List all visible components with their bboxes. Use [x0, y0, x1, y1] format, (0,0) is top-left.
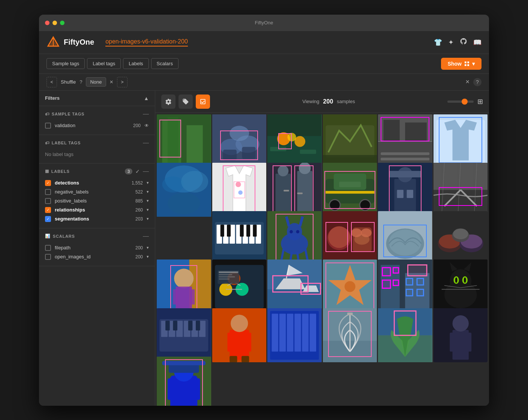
- shuffle-close[interactable]: ×: [110, 79, 113, 86]
- view-controls: ⊞: [447, 98, 483, 106]
- tab-labels[interactable]: Labels: [123, 58, 148, 69]
- detections-checkbox[interactable]: ✓: [45, 180, 51, 186]
- sample-tags-collapse[interactable]: —: [143, 111, 149, 117]
- label-tags-collapse[interactable]: —: [143, 140, 149, 146]
- zoom-thumb[interactable]: [462, 99, 468, 105]
- image-cell-27[interactable]: [323, 308, 377, 363]
- relationships-checkbox[interactable]: ✓: [45, 207, 51, 213]
- negative-labels-arrow[interactable]: ▾: [147, 189, 149, 194]
- image-cell-3[interactable]: [267, 114, 322, 169]
- image-cell-7[interactable]: [157, 163, 211, 217]
- image-cell-23[interactable]: [434, 260, 488, 314]
- svg-point-198: [452, 315, 468, 332]
- image-cell-11[interactable]: [378, 163, 432, 217]
- zoom-slider[interactable]: [447, 100, 474, 103]
- grid-view-icon[interactable]: ⊞: [477, 98, 483, 106]
- image-cell-18[interactable]: [157, 260, 211, 314]
- validation-checkbox[interactable]: [45, 123, 51, 129]
- image-cell-2[interactable]: [212, 114, 267, 169]
- labels-collapse[interactable]: —: [143, 168, 149, 175]
- dataset-name[interactable]: open-images-v6-validation-200: [105, 38, 188, 46]
- filters-collapse-icon[interactable]: ▲: [144, 95, 149, 101]
- scalars-section: 📊 SCALARS — filepath 200 ▾ open_images_i…: [39, 228, 155, 266]
- scalars-chart-icon: 📊: [45, 234, 51, 238]
- positive-labels-arrow[interactable]: ▾: [147, 198, 149, 203]
- filepath-arrow[interactable]: ▾: [147, 245, 149, 250]
- svg-point-112: [174, 269, 194, 288]
- show-button[interactable]: Show ▾: [441, 58, 482, 70]
- select-button[interactable]: [196, 94, 210, 109]
- svg-rect-6: [467, 64, 469, 66]
- image-cell-24[interactable]: [157, 308, 211, 363]
- image-cell-20[interactable]: [267, 260, 322, 314]
- filepath-checkbox[interactable]: [45, 245, 51, 251]
- negative-labels-checkbox[interactable]: [45, 189, 51, 195]
- segmentations-label: segmentations: [55, 216, 132, 222]
- image-cell-16[interactable]: [378, 211, 432, 266]
- tab-label-tags[interactable]: Label tags: [87, 58, 121, 69]
- shirt-icon[interactable]: 👕: [434, 38, 442, 46]
- tab-sample-tags[interactable]: Sample tags: [46, 58, 85, 69]
- image-cell-4[interactable]: [323, 114, 377, 169]
- tab-scalars[interactable]: Scalars: [151, 58, 178, 69]
- image-cell-5[interactable]: [378, 114, 432, 169]
- image-cell-6[interactable]: [434, 114, 488, 169]
- shuffle-right: × ?: [465, 78, 482, 86]
- svg-rect-170: [173, 321, 177, 330]
- negative-labels-count: 522: [135, 189, 143, 195]
- open-images-id-arrow[interactable]: ▾: [147, 254, 149, 259]
- image-cell-13[interactable]: [212, 211, 267, 266]
- image-cell-22[interactable]: [378, 260, 432, 314]
- image-cell-28[interactable]: [378, 308, 432, 363]
- image-cell-9[interactable]: [267, 163, 322, 217]
- svg-rect-58: [326, 191, 374, 194]
- scalars-title: 📊 SCALARS: [45, 234, 75, 238]
- svg-rect-30: [405, 122, 427, 141]
- no-label-tags: No label tags: [45, 150, 149, 159]
- image-cell-29[interactable]: [434, 308, 488, 363]
- labels-section: ▦ LABELS 3 ✓ — ✓ detections 1,552: [39, 164, 155, 228]
- settings-button[interactable]: [161, 94, 176, 109]
- svg-point-90: [290, 230, 293, 234]
- image-cell-1[interactable]: [157, 114, 211, 169]
- image-cell-10[interactable]: [323, 163, 377, 217]
- detections-arrow[interactable]: ▾: [147, 180, 149, 185]
- image-cell-30[interactable]: [157, 357, 211, 405]
- help-icon[interactable]: ?: [473, 78, 482, 86]
- svg-rect-200: [466, 333, 471, 352]
- maximize-button[interactable]: [60, 21, 64, 25]
- labels-check-icon: ✓: [135, 168, 140, 174]
- svg-rect-128: [219, 279, 230, 280]
- plugin-icon[interactable]: ✦: [448, 38, 454, 46]
- image-cell-12[interactable]: [434, 163, 488, 217]
- image-cell-8[interactable]: [212, 163, 267, 217]
- positive-labels-checkbox[interactable]: [45, 198, 51, 204]
- github-icon[interactable]: [460, 38, 467, 47]
- validation-label: validation: [55, 123, 129, 128]
- image-cell-19[interactable]: [212, 260, 267, 314]
- docs-icon[interactable]: 📖: [473, 38, 482, 46]
- image-cell-15[interactable]: [323, 211, 377, 266]
- open-images-id-checkbox[interactable]: [45, 254, 51, 260]
- logo-area: FiftyOne open-images-v6-validation-200: [46, 36, 188, 49]
- viewing-label: Viewing: [302, 99, 319, 104]
- segmentations-checkbox[interactable]: ✓: [45, 216, 51, 222]
- prev-button[interactable]: <: [46, 77, 57, 87]
- image-cell-14[interactable]: [267, 211, 322, 266]
- tag-button[interactable]: [178, 94, 193, 109]
- image-cell-21[interactable]: [323, 260, 377, 314]
- image-cell-17[interactable]: [434, 211, 488, 266]
- shuffle-help[interactable]: ?: [80, 79, 82, 85]
- svg-point-20: [294, 136, 305, 147]
- close-button[interactable]: [45, 21, 50, 25]
- next-button[interactable]: >: [117, 77, 128, 87]
- validation-eye-icon[interactable]: 👁: [144, 123, 149, 128]
- minimize-button[interactable]: [52, 21, 57, 25]
- segmentations-arrow[interactable]: ▾: [147, 216, 149, 221]
- image-cell-25[interactable]: [212, 308, 267, 363]
- close-x-icon[interactable]: ×: [465, 78, 470, 86]
- image-cell-26[interactable]: [267, 308, 322, 363]
- scalars-collapse[interactable]: —: [143, 233, 149, 240]
- relationships-arrow[interactable]: ▾: [147, 207, 149, 212]
- shuffle-select[interactable]: None: [86, 77, 106, 87]
